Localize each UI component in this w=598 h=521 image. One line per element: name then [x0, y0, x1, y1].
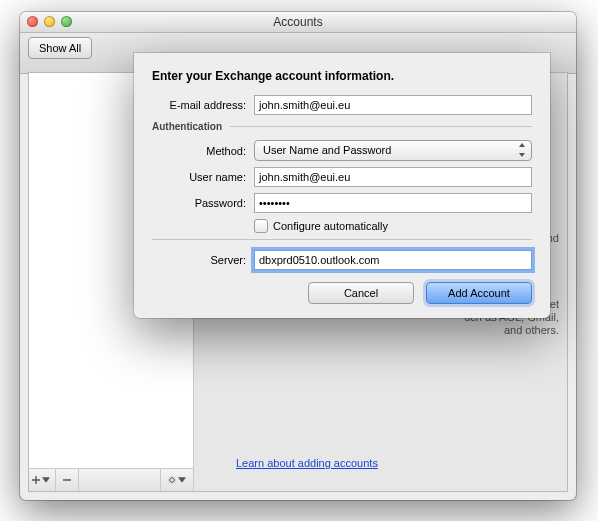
- button-row: Cancel Add Account: [152, 282, 532, 304]
- label-method: Method:: [152, 145, 246, 157]
- remove-account-button[interactable]: [56, 469, 79, 491]
- row-server: Server: dbxprd0510.outlook.com: [152, 250, 532, 270]
- add-account-button[interactable]: Add Account: [426, 282, 532, 304]
- password-field[interactable]: ••••••••: [254, 193, 532, 213]
- separator: [152, 239, 532, 240]
- label-password: Password:: [152, 197, 246, 209]
- show-all-button[interactable]: Show All: [28, 37, 92, 59]
- close-icon[interactable]: [27, 16, 38, 27]
- bg-internet-fragment3: and others.: [504, 323, 559, 338]
- cancel-button[interactable]: Cancel: [308, 282, 414, 304]
- label-auth: Authentication: [152, 121, 222, 132]
- row-method: Method: User Name and Password: [152, 140, 532, 161]
- label-server: Server:: [152, 254, 246, 266]
- sheet-heading: Enter your Exchange account information.: [152, 69, 532, 83]
- row-configure-auto: Configure automatically: [254, 219, 532, 233]
- svg-point-0: [170, 478, 174, 482]
- email-field[interactable]: john.smith@eui.eu: [254, 95, 532, 115]
- auth-separator: Authentication: [152, 121, 532, 132]
- label-email: E-mail address:: [152, 99, 246, 111]
- separator-line: [230, 126, 532, 127]
- server-field[interactable]: dbxprd0510.outlook.com: [254, 250, 532, 270]
- username-field[interactable]: john.smith@eui.eu: [254, 167, 532, 187]
- learn-about-accounts-link[interactable]: Learn about adding accounts: [236, 457, 378, 469]
- titlebar: Accounts: [20, 12, 576, 33]
- exchange-account-sheet: Enter your Exchange account information.…: [134, 53, 550, 318]
- row-email: E-mail address: john.smith@eui.eu: [152, 95, 532, 115]
- minimize-icon[interactable]: [44, 16, 55, 27]
- row-password: Password: ••••••••: [152, 193, 532, 213]
- add-account-button[interactable]: [29, 469, 56, 491]
- row-user: User name: john.smith@eui.eu: [152, 167, 532, 187]
- method-popup[interactable]: User Name and Password: [254, 140, 532, 161]
- configure-auto-checkbox[interactable]: [254, 219, 268, 233]
- zoom-icon[interactable]: [61, 16, 72, 27]
- traffic-lights: [27, 16, 72, 27]
- label-configure-auto: Configure automatically: [273, 220, 388, 232]
- label-user: User name:: [152, 171, 246, 183]
- sidebar-actions: [29, 468, 193, 491]
- account-options-button[interactable]: [160, 469, 193, 491]
- window-title: Accounts: [20, 12, 576, 32]
